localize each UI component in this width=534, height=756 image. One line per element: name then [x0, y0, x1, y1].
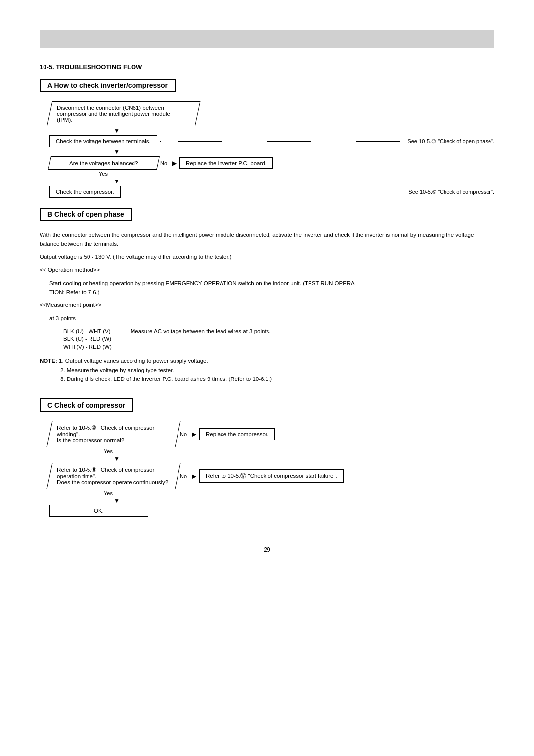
arrow-c2 — [114, 497, 494, 504]
diamond1-no-action: Replace the compressor. — [199, 428, 275, 440]
meas-desc: Measure AC voltage between the lead wire… — [116, 328, 274, 350]
meas-row3: WHT(V) - RED (W) — [60, 343, 115, 350]
dotted-line-2 — [124, 192, 406, 192]
diamond1: Refer to 10-5.⑩ "Check of compressorwind… — [46, 421, 180, 447]
dotted-line-1 — [160, 141, 405, 142]
meas-header: <<Measurement point>> — [40, 300, 494, 309]
meas-table: BLK (U) - WHT (V) Measure AC voltage bet… — [59, 327, 275, 351]
step-c1: Refer to 10-5.⑩ "Check of compressorwind… — [49, 421, 494, 447]
no-label-c2: No — [180, 473, 187, 479]
op-method-header: << Operation method>> — [40, 265, 494, 274]
section-a-header: A How to check inverter/compressor — [40, 79, 176, 92]
section-b-desc1: With the connector between the compresso… — [40, 230, 494, 249]
diamond2: Refer to 10-5.⑧ "Check of compressoroper… — [46, 463, 180, 489]
step4-note: See 10-5.© "Check of compressor". — [408, 189, 494, 195]
meas-row2: BLK (U) - RED (W) — [60, 336, 115, 342]
meas-row1: BLK (U) - WHT (V) — [60, 328, 115, 335]
step-c2: Refer to 10-5.⑧ "Check of compressoroper… — [49, 463, 494, 489]
section-b-header: B Check of open phase — [40, 208, 132, 221]
step2: Check the voltage between terminals. See… — [49, 135, 494, 147]
section-title: 10-5. TROUBLESHOOTING FLOW — [40, 63, 494, 71]
note1: 1. Output voltage varies according to po… — [59, 358, 208, 364]
arrow-right-1: ▶ — [172, 160, 177, 167]
step1: Disconnect the connector (CN61) betweenc… — [49, 101, 494, 126]
meas-sub: at 3 points — [49, 314, 494, 323]
arrow3 — [114, 178, 494, 185]
note-header: NOTE: — [40, 358, 57, 364]
note-section: NOTE: 1. Output voltage varies according… — [40, 356, 494, 383]
arrow2 — [114, 148, 494, 155]
step3-diamond: Are the voltages balanced? — [48, 156, 160, 170]
section-c: C Check of compressor Refer to 10-5.⑩ "C… — [40, 398, 494, 517]
arrow1 — [114, 127, 494, 134]
section-a-flow: Disconnect the connector (CN61) betweenc… — [49, 101, 494, 198]
page-number: 29 — [40, 546, 494, 553]
section-c-header: C Check of compressor — [40, 398, 133, 412]
step4: Check the compressor. See 10-5.© "Check … — [49, 186, 494, 198]
arrow-right-c2: ▶ — [192, 473, 196, 480]
arrow-right-c1: ▶ — [192, 431, 196, 438]
yes-label-1: Yes — [99, 171, 494, 177]
section-b-desc2: Output voltage is 50 - 130 V. (The volta… — [40, 252, 494, 261]
header-bar — [40, 30, 494, 48]
arrow-c1 — [114, 455, 494, 462]
note2: 2. Measure the voltage by analog type te… — [60, 367, 174, 373]
yes-label-c2: Yes — [104, 490, 494, 496]
step3: Are the voltages balanced? No ▶ Replace … — [49, 156, 494, 170]
no-label-1: No — [160, 160, 167, 166]
section-b: B Check of open phase With the connector… — [40, 208, 494, 383]
step4-box: Check the compressor. — [49, 186, 121, 198]
section-a: A How to check inverter/compressor Disco… — [40, 79, 494, 198]
note3: 3. During this check, LED of the inverte… — [60, 376, 272, 382]
final-step: OK. — [49, 505, 494, 517]
step2-box: Check the voltage between terminals. — [49, 135, 157, 147]
diamond2-no-action: Refer to 10-5.⑰ "Check of compressor sta… — [199, 469, 344, 483]
step3-no-action: Replace the inverter P.C. board. — [179, 157, 273, 169]
op-method-text: Start cooling or heating operation by pr… — [49, 279, 494, 297]
step1-box: Disconnect the connector (CN61) betweenc… — [47, 101, 201, 126]
step2-note: See 10-5.⑩ "Check of open phase". — [407, 138, 494, 145]
yes-label-c1: Yes — [104, 448, 494, 454]
final-box: OK. — [49, 505, 148, 517]
no-label-c1: No — [180, 431, 187, 437]
page: 10-5. TROUBLESHOOTING FLOW A How to chec… — [0, 0, 534, 756]
section-c-flow: Refer to 10-5.⑩ "Check of compressorwind… — [49, 421, 494, 517]
